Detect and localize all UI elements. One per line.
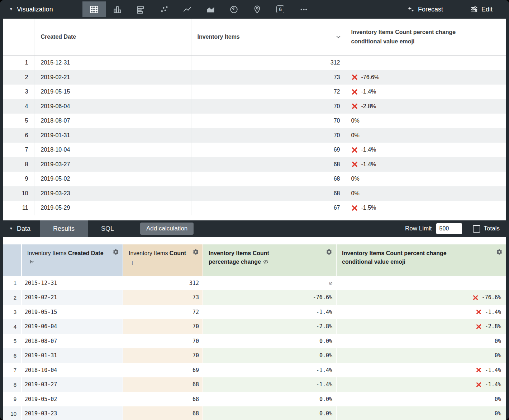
- created-date-cell[interactable]: 2019-03-27: [22, 377, 123, 392]
- forecast-button[interactable]: Forecast: [405, 5, 445, 14]
- created-date-cell[interactable]: 2019-05-15: [22, 305, 123, 320]
- inventory-items-cell[interactable]: 68: [191, 186, 346, 201]
- count-cell[interactable]: 72: [123, 305, 203, 320]
- conditional-emoji-cell[interactable]: [336, 276, 506, 291]
- created-date-cell[interactable]: 2019-06-04: [34, 99, 191, 114]
- percentage-change-cell[interactable]: 0.0%: [203, 392, 336, 407]
- created-date-cell[interactable]: 2019-05-29: [34, 201, 191, 215]
- conditional-emoji-cell[interactable]: 0%: [336, 392, 506, 407]
- count-cell[interactable]: 70: [123, 334, 203, 349]
- gear-icon[interactable]: [113, 249, 119, 255]
- created-date-cell[interactable]: 2019-06-04: [22, 319, 123, 334]
- viz-type-bar-chart[interactable]: [106, 1, 129, 17]
- inventory-items-cell[interactable]: 68: [191, 172, 346, 186]
- row-limit-input[interactable]: [436, 223, 462, 234]
- inventory-items-cell[interactable]: 72: [191, 85, 346, 99]
- percentage-change-cell[interactable]: -1.4%: [203, 363, 336, 378]
- viz-column-created-date[interactable]: Created Date: [34, 19, 191, 56]
- inventory-items-cell[interactable]: 70: [191, 114, 346, 128]
- percentage-change-cell[interactable]: 0.0%: [203, 406, 336, 420]
- conditional-emoji-cell[interactable]: 0%: [336, 406, 506, 420]
- results-column-header-3[interactable]: Inventory Items Count percent change con…: [336, 244, 506, 276]
- conditional-emoji-cell[interactable]: -1.4%: [336, 363, 506, 378]
- chevron-down-icon[interactable]: [335, 33, 342, 40]
- tab-sql[interactable]: SQL: [88, 220, 127, 237]
- viz-type-more[interactable]: [292, 1, 315, 17]
- percent-change-emoji-cell[interactable]: -1.5%: [346, 201, 506, 215]
- created-date-cell[interactable]: 2015-12-31: [22, 276, 123, 291]
- conditional-emoji-cell[interactable]: -76.6%: [336, 290, 506, 305]
- viz-type-pie-chart[interactable]: [222, 1, 246, 17]
- percent-change-emoji-cell[interactable]: -1.4%: [346, 157, 506, 172]
- viz-column-percent-change-emoji[interactable]: Inventory Items Count percent change con…: [346, 19, 506, 56]
- conditional-emoji-cell[interactable]: 0%: [336, 334, 506, 349]
- created-date-cell[interactable]: 2019-01-31: [34, 128, 191, 143]
- inventory-items-cell[interactable]: 312: [191, 56, 346, 70]
- created-date-cell[interactable]: 2018-10-04: [34, 143, 191, 157]
- created-date-cell[interactable]: 2018-08-07: [22, 334, 123, 349]
- percent-change-emoji-cell[interactable]: 0%: [346, 186, 506, 201]
- gear-icon[interactable]: [496, 249, 503, 255]
- percent-change-emoji-cell[interactable]: -76.6%: [346, 70, 506, 85]
- results-column-header-1[interactable]: Inventory Items Count↓: [123, 244, 203, 276]
- created-date-cell[interactable]: 2019-05-02: [34, 172, 191, 186]
- count-cell[interactable]: 312: [123, 276, 203, 291]
- percentage-change-cell[interactable]: ∅: [203, 276, 336, 291]
- totals-checkbox[interactable]: [473, 225, 480, 233]
- created-date-cell[interactable]: 2019-03-23: [22, 406, 123, 420]
- tab-results[interactable]: Results: [40, 220, 88, 237]
- percent-change-emoji-cell[interactable]: -1.4%: [346, 85, 506, 99]
- created-date-cell[interactable]: 2019-02-21: [22, 290, 123, 305]
- created-date-cell[interactable]: 2019-01-31: [22, 348, 123, 363]
- add-calculation-button[interactable]: Add calculation: [140, 223, 194, 235]
- percentage-change-cell[interactable]: 0.0%: [203, 334, 336, 349]
- count-cell[interactable]: 73: [123, 290, 203, 305]
- created-date-cell[interactable]: 2019-05-15: [34, 85, 191, 99]
- viz-column-inventory-items[interactable]: Inventory Items: [191, 19, 346, 56]
- inventory-items-cell[interactable]: 70: [191, 128, 346, 143]
- viz-type-single-value[interactable]: 6: [269, 1, 292, 17]
- count-cell[interactable]: 70: [123, 319, 203, 334]
- viz-type-map-pin[interactable]: [246, 1, 269, 17]
- created-date-cell[interactable]: 2019-03-23: [34, 186, 191, 201]
- visualization-collapse-button[interactable]: ▼ Visualization: [0, 6, 62, 13]
- viz-type-line-chart[interactable]: [176, 1, 199, 17]
- percentage-change-cell[interactable]: 0.0%: [203, 348, 336, 363]
- gear-icon[interactable]: [326, 249, 332, 255]
- created-date-cell[interactable]: 2019-03-27: [34, 157, 191, 172]
- viz-type-area-chart[interactable]: [199, 1, 222, 17]
- created-date-cell[interactable]: 2019-02-21: [34, 70, 191, 85]
- conditional-emoji-cell[interactable]: -1.4%: [336, 305, 506, 320]
- gear-icon[interactable]: [192, 249, 199, 255]
- inventory-items-cell[interactable]: 68: [191, 157, 346, 172]
- count-cell[interactable]: 70: [123, 348, 203, 363]
- created-date-cell[interactable]: 2018-10-04: [22, 363, 123, 378]
- count-cell[interactable]: 68: [123, 406, 203, 420]
- percent-change-emoji-cell[interactable]: 0%: [346, 172, 506, 186]
- count-cell[interactable]: 68: [123, 377, 203, 392]
- percentage-change-cell[interactable]: -2.8%: [203, 319, 336, 334]
- conditional-emoji-cell[interactable]: 0%: [336, 348, 506, 363]
- inventory-items-cell[interactable]: 69: [191, 143, 346, 157]
- created-date-cell[interactable]: 2015-12-31: [34, 56, 191, 70]
- data-collapse-button[interactable]: ▼ Data: [0, 225, 40, 233]
- viz-type-scatter[interactable]: [152, 1, 176, 17]
- count-cell[interactable]: 69: [123, 363, 203, 378]
- percent-change-emoji-cell[interactable]: [346, 56, 506, 70]
- percentage-change-cell[interactable]: -1.4%: [203, 305, 336, 320]
- viz-type-table[interactable]: [82, 1, 106, 17]
- created-date-cell[interactable]: 2019-05-02: [22, 392, 123, 407]
- count-cell[interactable]: 68: [123, 392, 203, 407]
- results-column-header-0[interactable]: Inventory Items Created Date: [22, 244, 123, 276]
- conditional-emoji-cell[interactable]: -1.4%: [336, 377, 506, 392]
- percent-change-emoji-cell[interactable]: -2.8%: [346, 99, 506, 114]
- inventory-items-cell[interactable]: 67: [191, 201, 346, 215]
- percentage-change-cell[interactable]: -76.6%: [203, 290, 336, 305]
- viz-type-horizontal-bar[interactable]: [129, 1, 152, 17]
- inventory-items-cell[interactable]: 70: [191, 99, 346, 114]
- percent-change-emoji-cell[interactable]: -1.4%: [346, 143, 506, 157]
- edit-button[interactable]: Edit: [468, 5, 495, 14]
- percent-change-emoji-cell[interactable]: 0%: [346, 114, 506, 128]
- conditional-emoji-cell[interactable]: -2.8%: [336, 319, 506, 334]
- inventory-items-cell[interactable]: 73: [191, 70, 346, 85]
